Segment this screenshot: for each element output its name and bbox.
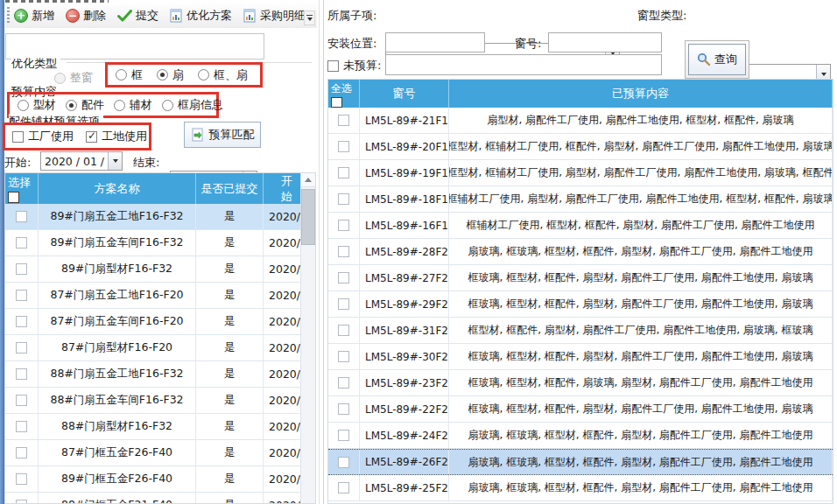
row-checkbox[interactable] <box>338 482 349 494</box>
row-checkbox[interactable] <box>16 211 27 222</box>
row-checkbox[interactable] <box>338 351 349 362</box>
table-row[interactable]: LM5L-89#-23F21 框玻璃, 框型材, 框配件, 扇玻璃, 扇型材, … <box>328 370 833 396</box>
radio-accessory[interactable]: 配件 <box>66 97 104 113</box>
start-column-header[interactable]: 开始 <box>264 173 302 204</box>
window-no-column-header[interactable]: 窗号 <box>360 80 449 108</box>
table-row[interactable]: LM5L-89#-25F23 扇玻璃, 框玻璃, 框型材, 框配件, 扇型材, … <box>328 475 833 501</box>
toolbar-grip-handle[interactable] <box>7 7 10 24</box>
start-date-cell: 2020/0 <box>264 414 302 439</box>
checkbox-site-use[interactable]: 工地使用 <box>86 129 147 144</box>
table-row[interactable]: LM5L-89#-31F29 框型材, 框配件, 扇型材, 扇配件工厂使用, 扇… <box>328 318 833 344</box>
table-row[interactable]: LM5L-89#-26F24 扇玻璃, 框玻璃, 框型材, 框配件, 扇型材, … <box>328 449 833 475</box>
scrollbar-up-arrow[interactable] <box>301 173 315 187</box>
table-row[interactable]: LM5L-89#-29F27 框玻璃, 框型材, 框配件, 扇型材, 扇配件工厂… <box>328 291 833 318</box>
scrollbar-thumb[interactable] <box>301 189 315 245</box>
row-checkbox[interactable] <box>338 325 349 336</box>
table-row[interactable]: LM5L-89#-24F22 扇玻璃, 框玻璃, 框型材, 框配件, 扇型材, … <box>328 423 833 449</box>
row-checkbox[interactable] <box>16 421 27 432</box>
row-checkbox[interactable] <box>338 167 349 178</box>
row-checkbox[interactable] <box>16 263 27 275</box>
row-checkbox[interactable] <box>338 403 349 415</box>
delete-button[interactable]: − 删除 <box>66 8 106 24</box>
table-row[interactable]: 88#门框五金F21-F40 是 2020/0 <box>5 493 315 504</box>
table-row[interactable]: 89#门扇五金车间F16-F32 是 2020/0 <box>5 230 315 256</box>
window-no-cell: LM5L-89#-18F16 <box>360 186 449 212</box>
row-checkbox[interactable] <box>16 473 27 485</box>
table-row[interactable]: 89#门扇型材F16-F32 是 2020/0 <box>5 256 315 283</box>
table-row[interactable]: LM5L-89#-20F18 框型材, 框辅材工厂使用, 框配件, 扇型材, 扇… <box>328 134 833 160</box>
budget-match-icon <box>191 128 205 142</box>
radio-frame-sash[interactable]: 框、扇 <box>198 67 248 83</box>
budget-content-column-header[interactable]: 已预算内容 <box>449 80 833 108</box>
window-no-cell: LM5L-89#-28F26 <box>360 239 449 264</box>
optimize-plan-button[interactable]: 优化方案 <box>170 8 232 24</box>
row-checkbox[interactable] <box>16 342 27 354</box>
row-checkbox[interactable] <box>16 316 27 327</box>
row-checkbox[interactable] <box>338 193 349 205</box>
row-checkbox[interactable] <box>16 368 27 380</box>
table-row[interactable]: 88#门扇五金工地F16-F32 是 2020/0 <box>5 361 315 388</box>
row-checkbox[interactable] <box>338 115 349 126</box>
radio-sash[interactable]: 扇 <box>157 67 184 83</box>
start-date-cell: 2020/0 <box>264 440 302 466</box>
table-row[interactable]: 89#门框五金F26-F40 是 2020/0 <box>5 466 315 493</box>
no-budget-input[interactable] <box>385 54 662 75</box>
row-checkbox[interactable] <box>16 500 27 504</box>
radio-auxiliary[interactable]: 辅材 <box>114 97 152 113</box>
search-button[interactable]: 查询 <box>688 44 746 75</box>
row-checkbox[interactable] <box>338 141 349 152</box>
radio-profile[interactable]: 型材 <box>18 97 56 113</box>
select-all-column-header[interactable]: 全选 <box>328 80 360 108</box>
panel-splitter[interactable] <box>323 0 324 504</box>
table-row[interactable]: LM5L-89#-27F25 框玻璃, 框型材, 框配件, 扇型材, 扇配件工厂… <box>328 265 833 291</box>
start-date-dropdown-button[interactable] <box>108 152 122 170</box>
toolbar-overflow-button[interactable] <box>304 10 315 25</box>
panel-splitter[interactable] <box>319 0 320 504</box>
table-row[interactable]: LM5L-89#-28F26 扇玻璃, 框玻璃, 框型材, 框配件, 扇型材, … <box>328 239 833 265</box>
install-position-input[interactable] <box>385 32 485 52</box>
radio-frame-sash-info[interactable]: 框扇信息 <box>162 97 223 113</box>
submitted-column-header[interactable]: 是否已提交 <box>196 173 264 204</box>
table-row[interactable]: LM5L-89#-21F19 扇型材, 扇配件工厂使用, 扇配件工地使用, 框型… <box>328 108 833 134</box>
row-checkbox[interactable] <box>338 457 349 468</box>
row-checkbox[interactable] <box>338 430 349 441</box>
clipped-title <box>5 0 109 3</box>
budget-table: 全选 窗号 已预算内容 LM5L-89#-21F19 扇型材, 扇配件工厂使用,… <box>327 79 833 504</box>
start-date-picker[interactable]: 2020 / 01 / 1 <box>40 151 123 171</box>
checkbox-factory-use[interactable]: 工厂使用 <box>12 129 74 144</box>
table-row[interactable]: LM5L-89#-30F28 框玻璃, 框型材, 框配件, 扇型材, 扇配件工厂… <box>328 344 833 370</box>
no-budget-checkbox[interactable]: 未预算: <box>327 58 381 74</box>
table-row[interactable]: 87#门扇五金车间F16-F20 是 2020/0 <box>5 309 315 335</box>
row-checkbox[interactable] <box>16 290 27 301</box>
table-row[interactable]: 88#门扇五金车间F16-F32 是 2020/0 <box>5 388 315 414</box>
select-column-header[interactable]: 选择 <box>5 173 39 204</box>
table-row[interactable]: 88#门扇型材F16-F32 是 2020/0 <box>5 414 315 440</box>
plan-table-scrollbar[interactable] <box>300 173 315 503</box>
row-checkbox[interactable] <box>16 447 27 458</box>
row-checkbox[interactable] <box>338 272 349 284</box>
row-select-cell <box>328 318 360 343</box>
select-all-checkbox[interactable] <box>8 192 19 203</box>
row-checkbox[interactable] <box>338 377 349 388</box>
plan-name-column-header[interactable]: 方案名称 <box>39 173 196 204</box>
table-row[interactable]: 89#门扇五金工地F16-F32 是 2020/0 <box>5 204 315 230</box>
row-checkbox[interactable] <box>16 395 27 406</box>
table-row[interactable]: LM5L-89#-22F20 框玻璃, 框型材, 框配件, 扇型材, 扇配件工厂… <box>328 396 833 423</box>
row-checkbox[interactable] <box>338 246 349 257</box>
submit-button[interactable]: 提交 <box>117 8 158 24</box>
row-checkbox[interactable] <box>338 220 349 231</box>
budget-match-button[interactable]: 预算匹配 <box>184 122 261 148</box>
select-all-checkbox[interactable] <box>331 97 342 108</box>
add-button[interactable]: + 新增 <box>14 8 54 24</box>
table-row[interactable]: 87#门扇五金工地F16-F20 是 2020/0 <box>5 283 315 309</box>
table-row[interactable]: LM5L-89#-18F16 框辅材工厂使用, 扇型材, 扇配件工厂使用, 扇配… <box>328 186 833 213</box>
table-row[interactable]: 87#门框五金F26-F40 是 2020/0 <box>5 440 315 466</box>
row-checkbox[interactable] <box>16 237 27 248</box>
row-checkbox[interactable] <box>338 298 349 310</box>
radio-frame[interactable]: 框 <box>116 67 143 83</box>
table-row[interactable]: LM5L-89#-19F17 框型材, 框辅材工厂使用, 扇型材, 扇配件工厂使… <box>328 160 833 186</box>
table-row[interactable]: LM5L-89#-16F15 框辅材工厂使用, 框型材, 框配件, 扇型材, 扇… <box>328 213 833 239</box>
table-row[interactable]: 87#门扇型材F16-F20 是 2020/0 <box>5 335 315 361</box>
accessory-options-highlight-box: 工厂使用 工地使用 <box>3 122 151 150</box>
window-no-input[interactable] <box>548 32 662 52</box>
